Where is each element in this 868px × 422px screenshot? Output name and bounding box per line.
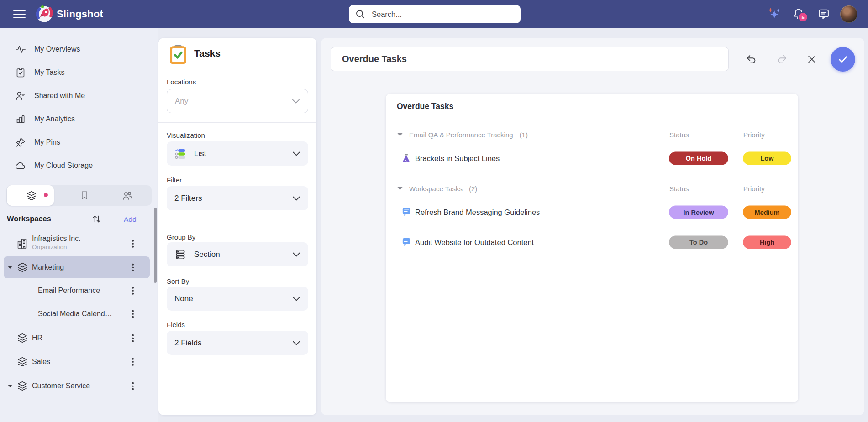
- kebab-menu-icon[interactable]: [130, 308, 136, 320]
- visualization-label: Visualization: [167, 131, 205, 139]
- add-workspace-button[interactable]: Add: [124, 215, 137, 224]
- menu-icon[interactable]: [13, 10, 26, 18]
- redo-icon[interactable]: [774, 51, 790, 68]
- fields-label: Fields: [167, 321, 185, 328]
- sidebar-item-label: My Cloud Storage: [34, 162, 93, 170]
- workspace-name: Customer Service: [32, 382, 90, 390]
- clipboard-check-icon: [15, 67, 26, 78]
- workspace-name: Sales: [32, 358, 50, 366]
- kebab-menu-icon[interactable]: [130, 285, 136, 297]
- kebab-menu-icon[interactable]: [130, 380, 136, 392]
- task-row[interactable]: Brackets in Subject Lines On Hold Low: [386, 143, 798, 173]
- group-by-select[interactable]: Section: [167, 242, 308, 266]
- workspace-marketing[interactable]: Marketing: [4, 256, 150, 278]
- priority-badge[interactable]: High: [743, 235, 791, 249]
- close-icon[interactable]: [804, 51, 820, 68]
- chevron-down-icon: [292, 340, 300, 346]
- group-header: Email QA & Performance Tracking (1) Stat…: [386, 126, 798, 143]
- search-icon: [355, 9, 365, 19]
- tab-bookmarks[interactable]: [79, 190, 89, 200]
- divider: [158, 222, 316, 222]
- sidebar-scrollbar[interactable]: [154, 208, 157, 283]
- plus-icon[interactable]: [111, 214, 121, 224]
- sidebar-item-shared-with-me[interactable]: Shared with Me: [0, 86, 155, 106]
- sparkles-icon[interactable]: [767, 7, 781, 21]
- avatar[interactable]: [840, 5, 857, 23]
- sidebar-tabs: [6, 185, 152, 206]
- status-badge[interactable]: To Do: [669, 235, 728, 249]
- chat-icon[interactable]: [816, 7, 831, 21]
- workspace-subtitle: Organization: [32, 244, 81, 250]
- task-row[interactable]: Audit Website for Outdated Content To Do…: [386, 227, 798, 257]
- workspace-customer-service[interactable]: Customer Service: [0, 375, 154, 397]
- sort-by-select[interactable]: None: [167, 287, 308, 311]
- workspace-sales[interactable]: Sales: [0, 351, 154, 373]
- topbar: Slingshot 5: [0, 0, 868, 28]
- priority-column-header: Priority: [743, 131, 765, 139]
- workspace-name: Marketing: [32, 263, 64, 271]
- group-toggle[interactable]: Workspace Tasks (2): [397, 184, 477, 192]
- project-email-performance[interactable]: Email Performance: [0, 280, 154, 302]
- sidebar-item-label: Shared with Me: [34, 92, 85, 100]
- bar-chart-icon: [15, 114, 26, 125]
- sidebar-item-my-pins[interactable]: My Pins: [0, 132, 155, 152]
- group-toggle[interactable]: Email QA & Performance Tracking (1): [397, 131, 528, 139]
- group-count: (2): [469, 184, 477, 192]
- tab-members[interactable]: [122, 190, 133, 201]
- workspace-infragistics[interactable]: Infragistics Inc. Organization: [0, 231, 154, 256]
- sidebar-item-my-tasks[interactable]: My Tasks: [0, 63, 155, 83]
- kebab-menu-icon[interactable]: [130, 261, 136, 274]
- list-view-icon: [174, 148, 186, 160]
- panel-title: Tasks: [194, 48, 221, 59]
- undo-icon[interactable]: [743, 51, 759, 68]
- sidebar-item-label: My Analytics: [34, 115, 75, 123]
- sort-arrows-icon[interactable]: [91, 213, 103, 225]
- chat-bubbles-icon: [401, 237, 411, 247]
- notification-dot: [44, 193, 48, 197]
- project-social-media-calendar[interactable]: Social Media Calend…: [0, 303, 154, 325]
- chevron-down-icon: [292, 99, 300, 104]
- workspace-hr[interactable]: HR: [0, 327, 154, 349]
- confirm-check-icon[interactable]: [831, 47, 855, 72]
- kebab-menu-icon[interactable]: [130, 356, 136, 368]
- workspaces-heading: Workspaces: [7, 214, 51, 223]
- tasks-card: Overdue Tasks Email QA & Performance Tra…: [386, 94, 798, 402]
- tasks-clipboard-icon: [168, 44, 189, 65]
- filter-select[interactable]: 2 Filters: [167, 186, 308, 210]
- building-icon: [16, 238, 28, 250]
- priority-badge[interactable]: Low: [743, 151, 791, 165]
- priority-column-header: Priority: [743, 184, 765, 192]
- cloud-icon: [15, 160, 26, 171]
- caret-down-icon[interactable]: [8, 385, 12, 387]
- workspace-name: HR: [32, 334, 42, 342]
- layers-icon: [16, 332, 28, 344]
- kebab-menu-icon[interactable]: [130, 332, 136, 344]
- project-name: Email Performance: [38, 287, 100, 295]
- card-title: Overdue Tasks: [397, 102, 453, 111]
- global-search[interactable]: [349, 5, 521, 23]
- person-check-icon: [15, 90, 26, 101]
- task-row[interactable]: Refresh Brand Messaging Guidelines In Re…: [386, 197, 798, 227]
- priority-badge[interactable]: Medium: [743, 206, 791, 219]
- locations-label: Locations: [167, 78, 196, 86]
- sidebar-item-label: My Pins: [34, 138, 60, 146]
- project-name: Social Media Calend…: [38, 310, 112, 318]
- chat-bubbles-icon: [401, 207, 411, 218]
- fields-select[interactable]: 2 Fields: [167, 331, 308, 355]
- sidebar-item-my-analytics[interactable]: My Analytics: [0, 109, 155, 129]
- status-badge[interactable]: On Hold: [669, 151, 728, 165]
- group-count: (1): [520, 131, 528, 139]
- slingshot-logo[interactable]: [35, 5, 54, 24]
- status-column-header: Status: [669, 184, 689, 192]
- sidebar-item-my-overviews[interactable]: My Overviews: [0, 39, 155, 59]
- sidebar-item-my-cloud-storage[interactable]: My Cloud Storage: [0, 156, 155, 176]
- group-header: Workspace Tasks (2) Status Priority: [386, 180, 798, 197]
- visualization-select[interactable]: List: [167, 141, 308, 166]
- kebab-menu-icon[interactable]: [130, 238, 136, 250]
- caret-down-icon[interactable]: [8, 266, 12, 269]
- sidebar-item-label: My Tasks: [34, 68, 64, 77]
- view-title-input[interactable]: [331, 47, 729, 71]
- search-input[interactable]: [371, 10, 514, 19]
- status-badge[interactable]: In Review: [669, 206, 728, 219]
- locations-select[interactable]: Any: [167, 89, 308, 113]
